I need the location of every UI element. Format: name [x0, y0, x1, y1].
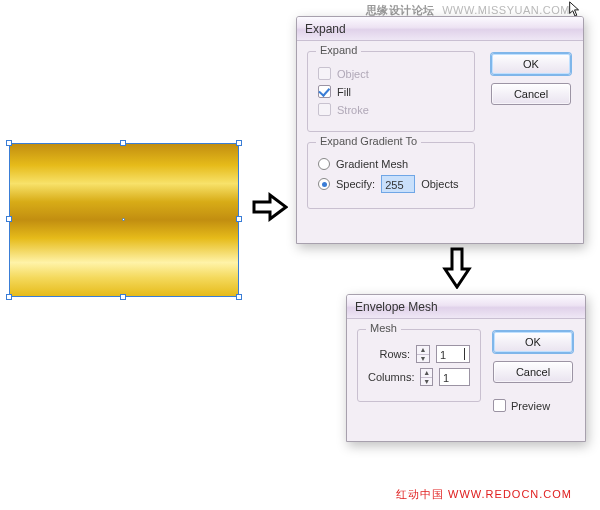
cancel-button[interactable]: Cancel: [493, 361, 573, 383]
watermark-top-cn: 思缘设计论坛: [366, 4, 435, 16]
specify-radio-row[interactable]: Specify: 255 Objects: [318, 175, 464, 193]
expand-group: Expand Object Fill Stroke: [307, 51, 475, 132]
selection-handle[interactable]: [6, 294, 12, 300]
objects-suffix: Objects: [421, 178, 458, 190]
gradient-mesh-radio-row[interactable]: Gradient Mesh: [318, 158, 464, 170]
object-label: Object: [337, 68, 369, 80]
columns-input[interactable]: 1: [439, 368, 470, 386]
selection-center-point[interactable]: [122, 218, 125, 221]
specify-label: Specify:: [336, 178, 375, 190]
dialog-title[interactable]: Envelope Mesh: [347, 295, 585, 319]
flow-arrow-down-icon: [442, 247, 472, 289]
watermark-top-url: WWW.MISSYUAN.COM: [442, 4, 570, 16]
preview-label: Preview: [511, 400, 550, 412]
rows-spinner[interactable]: ▲▼: [416, 345, 430, 363]
gradient-mesh-label: Gradient Mesh: [336, 158, 408, 170]
mesh-group: Mesh Rows: ▲▼ 1 Columns: ▲▼ 1: [357, 329, 481, 402]
rows-label: Rows:: [379, 348, 410, 360]
expand-gradient-group: Expand Gradient To Gradient Mesh Specify…: [307, 142, 475, 209]
fill-label: Fill: [337, 86, 351, 98]
chevron-up-icon[interactable]: ▲: [417, 346, 429, 355]
selection-handle[interactable]: [236, 294, 242, 300]
ok-button[interactable]: OK: [491, 53, 571, 75]
group-legend: Expand: [316, 44, 361, 56]
selection-handle[interactable]: [120, 140, 126, 146]
chevron-down-icon[interactable]: ▼: [421, 378, 432, 386]
chevron-up-icon[interactable]: ▲: [421, 369, 432, 378]
flow-arrow-right-icon: [252, 192, 288, 222]
gradient-mesh-radio[interactable]: [318, 158, 330, 170]
columns-label: Columns:: [368, 371, 414, 383]
group-legend: Mesh: [366, 322, 401, 334]
selection-handle[interactable]: [236, 140, 242, 146]
columns-spinner[interactable]: ▲▼: [420, 368, 433, 386]
ok-button[interactable]: OK: [493, 331, 573, 353]
selection-handle[interactable]: [236, 216, 242, 222]
columns-row: Columns: ▲▼ 1: [368, 368, 470, 386]
selection-handle[interactable]: [6, 216, 12, 222]
fill-checkbox-row[interactable]: Fill: [318, 85, 464, 98]
object-checkbox-row[interactable]: Object: [318, 67, 464, 80]
chevron-down-icon[interactable]: ▼: [417, 355, 429, 363]
stroke-label: Stroke: [337, 104, 369, 116]
envelope-mesh-dialog: Envelope Mesh Mesh Rows: ▲▼ 1 Columns: ▲…: [346, 294, 586, 442]
group-legend: Expand Gradient To: [316, 135, 421, 147]
dialog-title[interactable]: Expand: [297, 17, 583, 41]
preview-checkbox-row[interactable]: Preview: [493, 399, 573, 412]
preview-checkbox[interactable]: [493, 399, 506, 412]
stroke-checkbox-row[interactable]: Stroke: [318, 103, 464, 116]
rows-row: Rows: ▲▼ 1: [368, 345, 470, 363]
selection-handle[interactable]: [6, 140, 12, 146]
cancel-button[interactable]: Cancel: [491, 83, 571, 105]
object-checkbox: [318, 67, 331, 80]
watermark-bottom: 红动中国 WWW.REDOCN.COM: [396, 487, 572, 502]
specify-radio[interactable]: [318, 178, 330, 190]
expand-dialog: Expand Expand Object Fill Stroke Expan: [296, 16, 584, 244]
rows-input[interactable]: 1: [436, 345, 470, 363]
specify-input[interactable]: 255: [381, 175, 415, 193]
selection-handle[interactable]: [120, 294, 126, 300]
selected-gradient-rectangle[interactable]: [10, 144, 238, 296]
fill-checkbox[interactable]: [318, 85, 331, 98]
stroke-checkbox: [318, 103, 331, 116]
